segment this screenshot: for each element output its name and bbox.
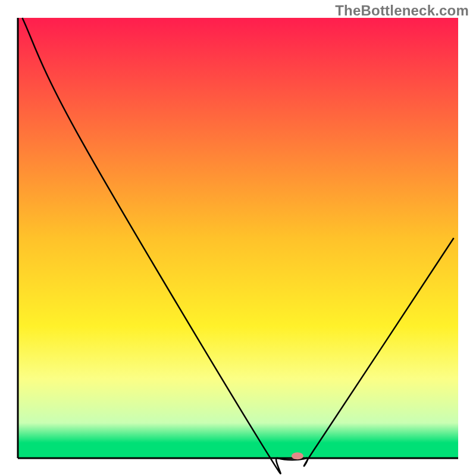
watermark-text: TheBottleneck.com (335, 2, 469, 19)
bottleneck-chart (0, 0, 476, 476)
chart-container: TheBottleneck.com (0, 0, 476, 476)
plot-background (18, 18, 458, 458)
optimum-marker (292, 452, 303, 459)
